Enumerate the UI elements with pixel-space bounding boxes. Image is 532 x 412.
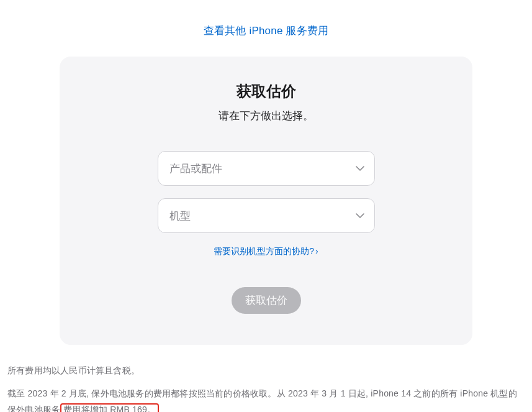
model-select[interactable]: 机型	[158, 198, 375, 233]
card-subtitle: 请在下方做出选择。	[60, 109, 472, 123]
footer-note-1: 所有费用均以人民币计算且含税。	[7, 362, 525, 379]
product-select-placeholder: 产品或配件	[169, 162, 363, 176]
get-estimate-button[interactable]: 获取估价	[232, 287, 301, 314]
estimate-card: 获取估价 请在下方做出选择。 产品或配件 机型 需要识别机型方面的协助?› 获取…	[60, 57, 472, 345]
footer-notes: 所有费用均以人民币计算且含税。 截至 2023 年 2 月底, 保外电池服务的费…	[0, 345, 532, 412]
chevron-down-icon	[356, 213, 364, 218]
model-select-placeholder: 机型	[169, 209, 363, 223]
identify-model-help-link[interactable]: 需要识别机型方面的协助?›	[214, 246, 318, 256]
other-service-fees-link[interactable]: 查看其他 iPhone 服务费用	[204, 25, 329, 37]
chevron-right-icon: ›	[315, 246, 318, 256]
product-select[interactable]: 产品或配件	[158, 151, 375, 186]
footer-note-2: 截至 2023 年 2 月底, 保外电池服务的费用都将按照当前的价格收取。从 2…	[7, 385, 525, 412]
card-title: 获取估价	[60, 81, 472, 101]
highlighted-text: 费用将增加 RMB 169。	[60, 403, 159, 412]
chevron-down-icon	[356, 166, 364, 171]
